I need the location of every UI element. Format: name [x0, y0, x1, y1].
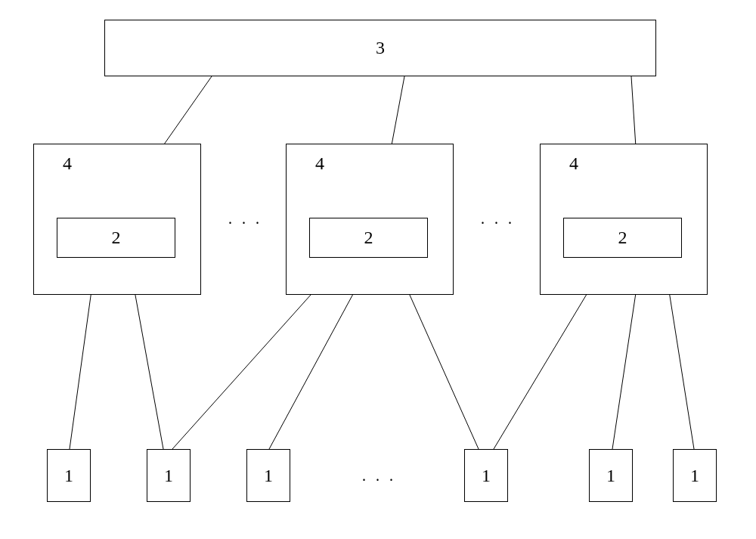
node-top-label: 3 — [376, 38, 385, 58]
node-leaf-5-label: 1 — [606, 466, 615, 486]
ellipsis-mid-2: . . . — [481, 210, 515, 228]
node-leaf-1: 1 — [47, 449, 91, 502]
node-leaf-6: 1 — [673, 449, 717, 502]
node-inner-b: 2 — [309, 218, 428, 258]
node-leaf-2: 1 — [147, 449, 191, 502]
node-inner-c-label: 2 — [618, 228, 627, 248]
node-inner-c: 2 — [563, 218, 682, 258]
node-top: 3 — [104, 20, 656, 76]
node-leaf-2-label: 1 — [164, 466, 173, 486]
ellipsis-mid-1: . . . — [228, 210, 262, 228]
node-leaf-4: 1 — [464, 449, 508, 502]
node-leaf-6-label: 1 — [690, 466, 699, 486]
node-container-a-label: 4 — [63, 153, 72, 174]
node-container-c-label: 4 — [569, 153, 578, 174]
ellipsis-bottom: . . . — [362, 467, 396, 485]
node-leaf-3: 1 — [246, 449, 290, 502]
node-inner-a: 2 — [57, 218, 175, 258]
node-inner-b-label: 2 — [364, 228, 373, 248]
node-leaf-3-label: 1 — [264, 466, 273, 486]
node-leaf-5: 1 — [589, 449, 633, 502]
node-container-b-label: 4 — [315, 153, 324, 174]
node-leaf-4-label: 1 — [482, 466, 491, 486]
node-inner-a-label: 2 — [112, 228, 121, 248]
node-leaf-1-label: 1 — [64, 466, 73, 486]
